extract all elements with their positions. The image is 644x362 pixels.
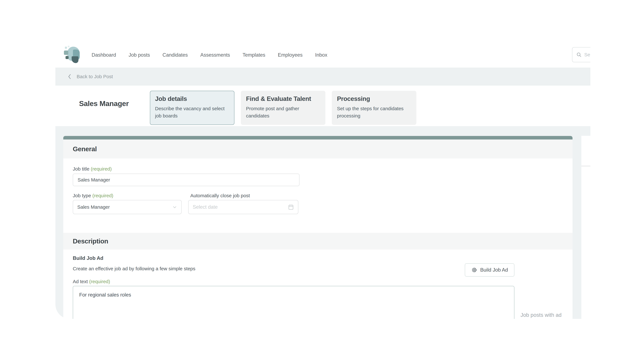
gear-icon <box>471 267 477 273</box>
job-type-label: Job type (required) <box>73 193 113 198</box>
job-details-form-card: General Job title (required) Job type (r… <box>63 136 572 319</box>
general-section-body: Job title (required) Job type (required)… <box>63 158 572 233</box>
search-placeholder: Search <box>584 52 590 57</box>
step-description: Describe the vacancy and select job boar… <box>155 105 229 119</box>
nav-item-candidates[interactable]: Candidates <box>162 52 188 58</box>
required-badge: (required) <box>91 166 112 172</box>
job-step-header: Sales Manager Job details Describe the v… <box>56 86 590 126</box>
chevron-left-icon[interactable] <box>67 73 72 80</box>
job-type-label-text: Job type <box>73 193 91 198</box>
step-description: Set up the steps for candidates processi… <box>337 105 411 119</box>
step-cards: Job details Describe the vacancy and sel… <box>150 91 416 125</box>
step-description: Promote post and gather candidates <box>246 105 320 119</box>
logo-shape <box>64 50 68 55</box>
job-title-label-text: Job title <box>73 166 89 172</box>
ad-text-textarea[interactable]: For regional sales roles <box>73 286 514 319</box>
back-to-job-post-link[interactable]: Back to Job Post <box>77 74 113 79</box>
build-job-ad-button-label: Build Job Ad <box>480 267 508 273</box>
description-section-title: Description <box>73 238 108 245</box>
main-nav: Dashboard Job posts Candidates Assessmen… <box>92 38 327 67</box>
job-type-select[interactable]: Sales Manager <box>73 200 182 214</box>
right-panel-divider <box>581 166 590 166</box>
job-title-input[interactable] <box>73 174 300 186</box>
nav-item-job-posts[interactable]: Job posts <box>129 52 150 58</box>
nav-item-employees[interactable]: Employees <box>278 52 302 58</box>
build-job-ad-button[interactable]: Build Job Ad <box>465 263 514 277</box>
logo-shape <box>66 56 68 59</box>
ad-text-label-text: Ad text <box>73 279 88 284</box>
ad-text-label: Ad text (required) <box>73 279 110 284</box>
general-section-header: General <box>63 139 572 158</box>
description-section-header: Description <box>63 233 572 250</box>
page-title: Sales Manager <box>79 99 129 108</box>
logo-shape <box>65 47 67 49</box>
step-title: Job details <box>155 95 229 102</box>
required-badge: (required) <box>89 279 110 284</box>
top-navbar: Dashboard Job posts Candidates Assessmen… <box>56 38 590 67</box>
auto-close-date-input[interactable]: Select date <box>188 200 298 214</box>
job-title-label: Job title (required) <box>73 166 112 172</box>
step-card-processing[interactable]: Processing Set up the steps for candidat… <box>332 91 416 125</box>
nav-item-templates[interactable]: Templates <box>243 52 265 58</box>
nav-item-inbox[interactable]: Inbox <box>315 52 327 58</box>
general-section-title: General <box>73 145 97 153</box>
chevron-down-icon <box>172 205 177 209</box>
logo-shape <box>68 46 70 47</box>
step-card-find-evaluate[interactable]: Find & Evaluate Talent Promote post and … <box>241 91 326 125</box>
auto-close-label: Automatically close job post <box>190 193 250 198</box>
page-background: General Job title (required) Job type (r… <box>56 126 590 319</box>
date-placeholder: Select date <box>193 204 218 210</box>
description-section-body: Build Job Ad Create an effective job ad … <box>63 250 572 319</box>
search-input[interactable]: Search <box>572 47 590 62</box>
app-window: Dashboard Job posts Candidates Assessmen… <box>56 38 590 319</box>
calendar-icon <box>288 204 294 210</box>
auto-close-label-text: Automatically close job post <box>190 193 250 198</box>
build-job-ad-subtitle: Create an effective job ad by following … <box>73 266 196 271</box>
step-title: Find & Evaluate Talent <box>246 95 320 102</box>
app-logo-icon[interactable] <box>63 46 83 65</box>
job-type-selected-value: Sales Manager <box>77 204 110 210</box>
search-icon <box>576 52 582 57</box>
nav-item-dashboard[interactable]: Dashboard <box>92 52 116 58</box>
logo-shape <box>72 56 78 63</box>
right-side-panel <box>581 136 590 319</box>
nav-item-assessments[interactable]: Assessments <box>200 52 230 58</box>
job-posts-with-ad-label: Job posts with ad <box>520 312 562 318</box>
card-accent-bar <box>63 136 572 139</box>
step-title: Processing <box>337 95 411 102</box>
build-job-ad-title: Build Job Ad <box>73 255 103 261</box>
breadcrumb: Back to Job Post <box>56 67 590 86</box>
required-badge: (required) <box>92 193 113 198</box>
step-card-job-details[interactable]: Job details Describe the vacancy and sel… <box>150 91 234 125</box>
